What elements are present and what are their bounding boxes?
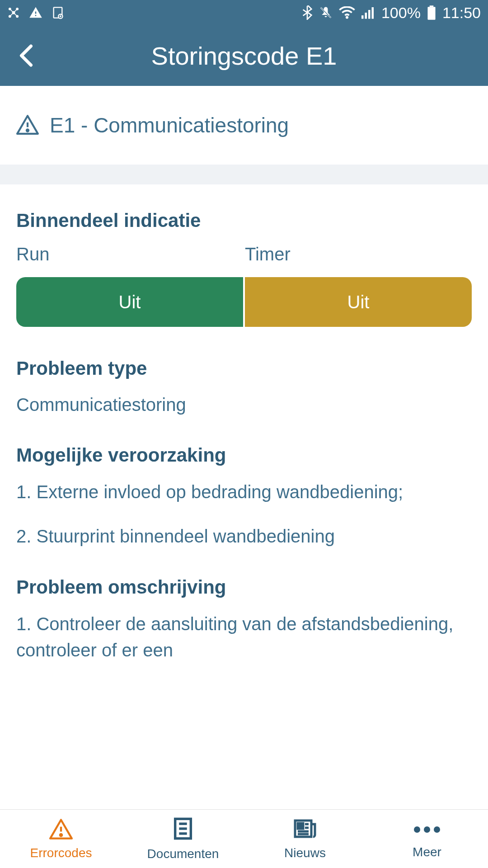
nav-meer[interactable]: Meer bbox=[366, 810, 488, 868]
run-indicator-value: Uit bbox=[16, 277, 243, 327]
svg-rect-18 bbox=[430, 5, 434, 7]
battery-percent: 100% bbox=[381, 4, 421, 22]
news-icon bbox=[293, 818, 317, 841]
indicator-section-title: Binnendeel indicatie bbox=[16, 210, 472, 231]
description-item-1: 1. Controleer de aansluiting van de afst… bbox=[16, 611, 472, 663]
download-icon bbox=[52, 6, 64, 19]
connected-devices-icon bbox=[7, 6, 20, 19]
svg-rect-14 bbox=[361, 15, 364, 19]
clock-time: 11:50 bbox=[442, 4, 481, 22]
svg-point-13 bbox=[346, 16, 348, 19]
warning-icon bbox=[29, 6, 42, 19]
svg-rect-17 bbox=[371, 7, 374, 19]
signal-icon bbox=[361, 6, 375, 19]
bottom-navigation: Errorcodes Documenten Nieuws Meer bbox=[0, 809, 488, 868]
cause-item-1: 1. Externe invloed op bedrading wandbedi… bbox=[16, 479, 472, 505]
timer-indicator-col: Timer Uit bbox=[245, 244, 472, 327]
status-left-icons bbox=[7, 6, 64, 19]
svg-point-23 bbox=[60, 834, 62, 835]
svg-rect-16 bbox=[368, 10, 371, 19]
section-separator bbox=[0, 165, 488, 184]
problem-type-title: Probleem type bbox=[16, 358, 472, 379]
indicator-row: Run Uit Timer Uit bbox=[16, 244, 472, 327]
content-area[interactable]: Binnendeel indicatie Run Uit Timer Uit P… bbox=[0, 184, 488, 809]
run-indicator-col: Run Uit bbox=[16, 244, 243, 327]
description-title: Probleem omschrijving bbox=[16, 576, 472, 598]
svg-line-5 bbox=[10, 9, 14, 13]
svg-rect-15 bbox=[365, 13, 367, 19]
svg-line-8 bbox=[14, 13, 17, 16]
timer-indicator-value: Uit bbox=[245, 277, 472, 327]
timer-label: Timer bbox=[245, 244, 472, 264]
problem-type-value: Communicatiestoring bbox=[16, 392, 472, 417]
svg-rect-19 bbox=[427, 7, 435, 20]
mute-icon bbox=[319, 6, 333, 19]
document-icon bbox=[173, 817, 193, 842]
error-header: E1 - Communicatiestoring bbox=[0, 86, 488, 165]
nav-errorcodes-label: Errorcodes bbox=[30, 846, 92, 860]
nav-nieuws-label: Nieuws bbox=[284, 846, 326, 860]
navigation-header: Storingscode E1 bbox=[0, 25, 488, 86]
battery-icon bbox=[427, 5, 436, 20]
errorcodes-icon bbox=[49, 818, 73, 841]
error-title: E1 - Communicatiestoring bbox=[50, 113, 289, 137]
nav-documenten[interactable]: Documenten bbox=[122, 810, 244, 868]
page-title: Storingscode E1 bbox=[18, 41, 470, 71]
svg-line-7 bbox=[10, 13, 14, 16]
more-icon bbox=[414, 819, 440, 840]
bluetooth-icon bbox=[302, 5, 313, 20]
possible-cause-title: Mogelijke veroorzaking bbox=[16, 444, 472, 466]
nav-documenten-label: Documenten bbox=[147, 847, 219, 861]
cause-item-2: 2. Stuurprint binnendeel wandbediening bbox=[16, 523, 472, 549]
status-right-icons: 100% 11:50 bbox=[302, 4, 481, 22]
back-button[interactable] bbox=[18, 43, 34, 68]
svg-point-21 bbox=[27, 129, 28, 131]
warning-triangle-icon bbox=[16, 114, 39, 137]
nav-errorcodes[interactable]: Errorcodes bbox=[0, 810, 122, 868]
status-bar: 100% 11:50 bbox=[0, 0, 488, 25]
nav-nieuws[interactable]: Nieuws bbox=[244, 810, 366, 868]
nav-meer-label: Meer bbox=[413, 845, 441, 859]
wifi-icon bbox=[339, 6, 355, 19]
svg-line-6 bbox=[14, 9, 17, 13]
run-label: Run bbox=[16, 244, 243, 264]
svg-rect-29 bbox=[298, 823, 303, 829]
